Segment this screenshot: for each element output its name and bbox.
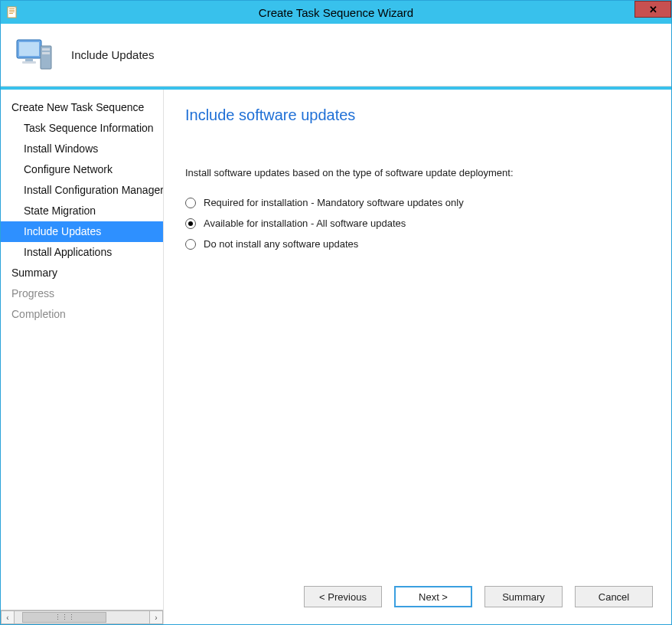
nav-item-include-updates[interactable]: Include Updates [1,221,163,242]
nav-item-label: Include Updates [24,225,101,237]
app-icon [7,6,19,18]
svg-rect-1 [9,8,15,9]
svg-rect-10 [42,48,50,51]
nav-item-configure-network[interactable]: Configure Network [1,159,163,180]
wizard-footer: < Previous Next > Summary Cancel [164,575,671,624]
computer-icon [15,35,54,75]
main-content: Include software updates Install softwar… [164,90,671,575]
nav-item-label: Create New Task Sequence [11,101,144,113]
chevron-right-icon: › [155,614,157,622]
svg-rect-3 [9,11,15,12]
scroll-track[interactable]: ⋮⋮⋮ [15,610,149,624]
scroll-thumb[interactable]: ⋮⋮⋮ [22,612,106,623]
radio-icon [185,198,196,208]
nav-item-label: State Migration [24,205,96,217]
svg-rect-7 [25,58,33,61]
instruction-text: Install software updates based on the ty… [185,167,648,178]
step-title: Include Updates [71,48,154,61]
nav-item-label: Install Windows [24,142,98,155]
nav-item-state-migration[interactable]: State Migration [1,201,163,221]
update-options-group: Required for installation - Mandatory so… [185,192,648,254]
radio-icon [185,218,196,229]
chevron-left-icon: ‹ [6,614,8,622]
next-button[interactable]: Next > [394,586,472,607]
wizard-main: Include software updates Install softwar… [164,90,671,624]
close-icon: ✕ [649,4,657,15]
sidebar-horizontal-scrollbar[interactable]: ‹ ⋮⋮⋮ › [1,610,163,624]
radio-no-updates[interactable]: Do not install any software updates [185,234,648,254]
wizard-header: Include Updates [1,24,671,87]
nav-item-label: Configure Network [24,163,113,175]
nav-item-label: Install Applications [24,246,112,258]
scroll-right-button[interactable]: › [149,610,163,624]
radio-icon [185,239,196,250]
nav-item-create-new-task-sequence[interactable]: Create New Task Sequence [1,97,163,118]
nav-item-label: Install Configuration Manager [24,184,163,196]
radio-label: Do not install any software updates [204,238,358,250]
scroll-left-button[interactable]: ‹ [1,610,15,624]
nav-item-label: Summary [11,267,57,279]
svg-rect-4 [9,13,13,14]
page-title: Include software updates [185,106,648,124]
cancel-button[interactable]: Cancel [575,586,653,607]
radio-available-updates[interactable]: Available for installation - All softwar… [185,213,648,234]
wizard-sidebar: Create New Task Sequence Task Sequence I… [1,90,164,624]
svg-rect-2 [9,10,15,11]
nav-item-label: Task Sequence Information [24,122,154,134]
nav-item-install-configuration-manager[interactable]: Install Configuration Manager [1,180,163,201]
svg-rect-6 [19,42,39,56]
wizard-body: Create New Task Sequence Task Sequence I… [1,87,671,624]
nav-item-install-windows[interactable]: Install Windows [1,139,163,159]
titlebar[interactable]: Create Task Sequence Wizard ✕ [1,1,671,24]
nav-list: Create New Task Sequence Task Sequence I… [1,90,163,610]
nav-item-completion: Completion [1,304,163,325]
nav-item-summary[interactable]: Summary [1,263,163,283]
window-title: Create Task Sequence Wizard [1,6,671,19]
radio-label: Available for installation - All softwar… [204,218,406,229]
previous-button[interactable]: < Previous [304,586,382,607]
nav-item-task-sequence-information[interactable]: Task Sequence Information [1,118,163,139]
nav-item-progress: Progress [1,283,163,304]
wizard-window: Create Task Sequence Wizard ✕ Include Up… [0,0,672,625]
nav-item-label: Completion [11,308,66,320]
svg-rect-11 [42,52,50,54]
nav-item-install-applications[interactable]: Install Applications [1,242,163,263]
nav-item-label: Progress [11,287,54,299]
summary-button[interactable]: Summary [484,586,563,607]
radio-label: Required for installation - Mandatory so… [204,197,464,208]
svg-rect-8 [22,61,36,64]
close-button[interactable]: ✕ [634,1,671,18]
radio-required-updates[interactable]: Required for installation - Mandatory so… [185,192,648,213]
